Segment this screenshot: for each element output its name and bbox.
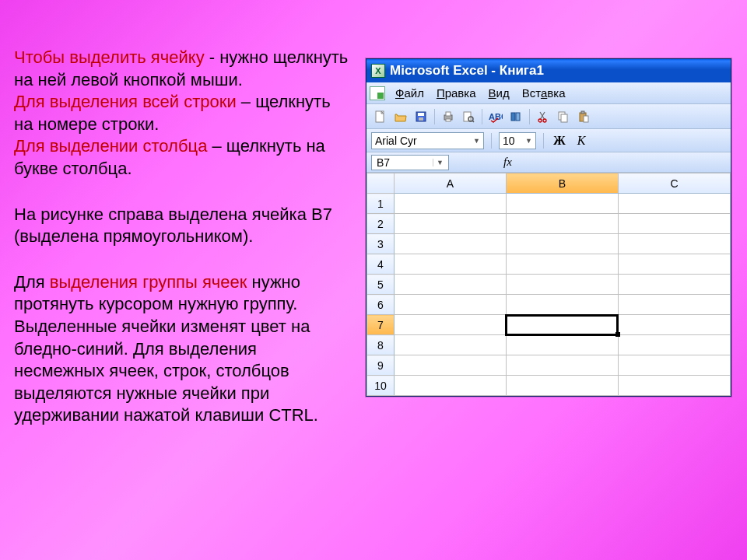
svg-rect-5: [446, 112, 451, 116]
svg-rect-19: [584, 116, 588, 122]
copy-button[interactable]: [554, 107, 573, 126]
svg-rect-11: [511, 113, 515, 121]
menu-edit[interactable]: Правка: [431, 84, 482, 102]
dropdown-icon: ▼: [433, 159, 444, 166]
svg-line-9: [472, 121, 474, 122]
new-button[interactable]: [371, 107, 390, 126]
toolbar-separator: [482, 109, 482, 124]
spellcheck-button[interactable]: ABC: [486, 107, 505, 126]
menu-insert[interactable]: Вставка: [517, 84, 571, 102]
highlight-cell: Чтобы выделить ячейку: [14, 47, 205, 67]
col-header-c[interactable]: C: [618, 173, 730, 194]
cell-b2[interactable]: [506, 214, 618, 234]
fx-icon[interactable]: fx: [503, 156, 512, 169]
print-button[interactable]: [439, 107, 458, 126]
select-all-corner[interactable]: [367, 173, 395, 194]
window-title: Microsoft Excel - Книга1: [390, 63, 544, 79]
cell-a5[interactable]: [394, 275, 506, 295]
cell-b9[interactable]: [506, 355, 618, 376]
row-header-1[interactable]: 1: [367, 194, 395, 214]
svg-rect-2: [418, 113, 424, 116]
name-box[interactable]: B7 ▼: [371, 155, 449, 170]
row-header-5[interactable]: 5: [367, 275, 395, 295]
row-header-3[interactable]: 3: [367, 234, 395, 254]
cell-b10[interactable]: [506, 376, 618, 396]
cell-c5[interactable]: [618, 275, 730, 295]
size-combo[interactable]: 10 ▼: [499, 132, 536, 149]
formula-bar: B7 ▼ fx: [366, 152, 731, 173]
cell-c1[interactable]: [618, 194, 730, 214]
cell-c3[interactable]: [618, 234, 730, 254]
highlight-row: Для выделения всей строки: [14, 92, 237, 111]
cell-b6[interactable]: [506, 295, 618, 315]
svg-rect-6: [446, 119, 451, 121]
toolbar-separator: [434, 109, 435, 124]
cell-c6[interactable]: [618, 295, 730, 315]
cut-button[interactable]: [534, 107, 552, 126]
cell-c9[interactable]: [618, 355, 730, 376]
cell-b3[interactable]: [506, 234, 618, 254]
cell-b7-active[interactable]: [506, 315, 618, 335]
cell-a7[interactable]: [394, 315, 506, 335]
excel-icon: X: [371, 64, 385, 78]
menu-view[interactable]: Вид: [483, 84, 515, 102]
cell-a8[interactable]: [394, 335, 506, 355]
cell-a10[interactable]: [394, 376, 506, 396]
col-header-a[interactable]: A: [394, 173, 506, 194]
cell-a1[interactable]: [394, 194, 506, 214]
toolbar-standard: ABC: [366, 104, 731, 129]
svg-rect-12: [516, 113, 520, 121]
research-button[interactable]: [507, 107, 525, 126]
row-header-4[interactable]: 4: [367, 254, 395, 275]
cell-b5[interactable]: [506, 275, 618, 295]
cell-c4[interactable]: [618, 254, 730, 275]
paste-button[interactable]: [574, 107, 593, 126]
name-box-value: B7: [377, 156, 390, 169]
menubar: Файл Правка Вид Вставка: [366, 82, 731, 104]
cell-a2[interactable]: [394, 214, 506, 234]
paragraph-1: Чтобы выделить ячейку - нужно щелкнуть н…: [14, 47, 349, 180]
font-combo[interactable]: Arial Cyr ▼: [371, 132, 484, 149]
col-header-b[interactable]: B: [506, 173, 618, 194]
cell-a3[interactable]: [394, 234, 506, 254]
svg-rect-16: [561, 114, 567, 122]
dropdown-icon: ▼: [525, 137, 532, 145]
font-size: 10: [503, 135, 515, 147]
cell-c8[interactable]: [618, 335, 730, 355]
save-button[interactable]: [412, 107, 430, 126]
italic-button[interactable]: К: [573, 132, 590, 149]
svg-rect-18: [581, 111, 584, 114]
paragraph-2: На рисунке справа выделена ячейка В7 (вы…: [14, 204, 349, 248]
cell-c7[interactable]: [618, 315, 730, 335]
svg-rect-3: [419, 117, 423, 121]
bold-button[interactable]: Ж: [551, 132, 568, 149]
row-header-2[interactable]: 2: [367, 214, 395, 234]
excel-window: X Microsoft Excel - Книга1 Файл Правка В…: [366, 58, 731, 397]
row-header-10[interactable]: 10: [367, 376, 395, 396]
row-header-9[interactable]: 9: [367, 355, 395, 376]
cell-b4[interactable]: [506, 254, 618, 275]
menu-file[interactable]: Файл: [390, 84, 430, 102]
cell-c10[interactable]: [618, 376, 730, 396]
svg-point-14: [543, 119, 546, 122]
row-header-6[interactable]: 6: [367, 295, 395, 315]
cell-b8[interactable]: [506, 335, 618, 355]
cell-c2[interactable]: [618, 214, 730, 234]
cell-b1[interactable]: [506, 194, 618, 214]
row-header-7[interactable]: 7: [367, 315, 395, 335]
row-header-8[interactable]: 8: [367, 335, 395, 355]
new-file-icon[interactable]: [370, 86, 385, 100]
cell-a9[interactable]: [394, 355, 506, 376]
font-name: Arial Cyr: [375, 135, 417, 147]
cell-a6[interactable]: [394, 295, 506, 315]
toolbar-separator: [491, 133, 492, 149]
svg-point-13: [538, 119, 542, 122]
open-button[interactable]: [391, 107, 410, 126]
paragraph-3: Для выделения группы ячеек нужно протяну…: [14, 271, 349, 427]
print-preview-button[interactable]: [459, 107, 478, 126]
highlight-col: Для выделении столбца: [14, 136, 207, 156]
toolbar-separator: [529, 109, 530, 124]
cell-a4[interactable]: [394, 254, 506, 275]
titlebar[interactable]: X Microsoft Excel - Книга1: [366, 59, 731, 82]
dropdown-icon: ▼: [473, 137, 480, 145]
